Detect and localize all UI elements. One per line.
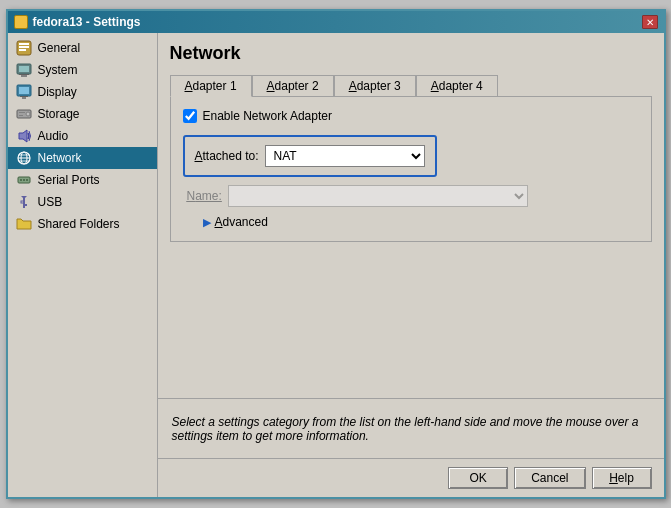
help-button[interactable]: Help (592, 467, 652, 489)
attached-label: Attached to: (195, 149, 259, 163)
attached-box: Attached to: NAT Bridged Adapter Interna… (183, 135, 437, 177)
sidebar-item-shared[interactable]: Shared Folders (8, 213, 157, 235)
svg-rect-11 (20, 96, 28, 97)
sidebar-item-serial[interactable]: Serial Ports (8, 169, 157, 191)
attached-select[interactable]: NAT Bridged Adapter Internal Network Hos… (265, 145, 425, 167)
svg-point-25 (26, 179, 28, 181)
title-bar: fedora13 - Settings ✕ (8, 11, 664, 33)
enable-checkbox[interactable] (183, 109, 197, 123)
enable-label[interactable]: Enable Network Adapter (203, 109, 332, 123)
tab-adapter3-label: Adapter 3 (349, 79, 401, 93)
name-label: Name: (187, 189, 222, 203)
tab-adapter1-label: Adapter 1 (185, 79, 237, 93)
sidebar-item-usb[interactable]: USB (8, 191, 157, 213)
sidebar-item-storage[interactable]: Storage (8, 103, 157, 125)
svg-rect-28 (21, 201, 24, 203)
sidebar-item-general[interactable]: General (8, 37, 157, 59)
sidebar-label-display: Display (38, 85, 77, 99)
info-bar: Select a settings category from the list… (158, 398, 664, 458)
sidebar-item-audio[interactable]: Audio (8, 125, 157, 147)
tab-adapter4-label: Adapter 4 (431, 79, 483, 93)
svg-marker-27 (21, 196, 27, 199)
sidebar-item-system[interactable]: System (8, 59, 157, 81)
serial-icon (16, 172, 32, 188)
system-icon (16, 62, 32, 78)
network-icon (16, 150, 32, 166)
window-title: fedora13 - Settings (33, 15, 141, 29)
close-button[interactable]: ✕ (642, 15, 658, 29)
svg-point-24 (23, 179, 25, 181)
svg-rect-14 (19, 112, 25, 113)
general-icon (16, 40, 32, 56)
button-bar: OK Cancel Help (158, 458, 664, 497)
audio-icon (16, 128, 32, 144)
svg-rect-29 (25, 204, 27, 206)
sidebar-label-network: Network (38, 151, 82, 165)
svg-rect-7 (19, 74, 29, 75)
tab-adapter4[interactable]: Adapter 4 (416, 75, 498, 97)
svg-rect-5 (19, 66, 29, 72)
tab-adapter1[interactable]: Adapter 1 (170, 75, 252, 97)
sidebar-label-storage: Storage (38, 107, 80, 121)
svg-rect-6 (21, 75, 27, 77)
tab-adapter3[interactable]: Adapter 3 (334, 75, 416, 97)
svg-rect-3 (19, 49, 26, 51)
sidebar-label-general: General (38, 41, 81, 55)
svg-rect-9 (19, 87, 29, 94)
svg-rect-2 (19, 46, 29, 48)
display-icon (16, 84, 32, 100)
tabs-container: Adapter 1 Adapter 2 Adapter 3 Adapter 4 (170, 74, 652, 96)
sidebar-label-serial: Serial Ports (38, 173, 100, 187)
advanced-arrow-icon: ▶ (203, 216, 211, 229)
page-title: Network (170, 43, 652, 64)
storage-icon (16, 106, 32, 122)
sidebar-label-usb: USB (38, 195, 63, 209)
settings-window: fedora13 - Settings ✕ General System (6, 9, 666, 499)
advanced-label[interactable]: Advanced (215, 215, 268, 229)
sidebar-label-system: System (38, 63, 78, 77)
advanced-row[interactable]: ▶ Advanced (203, 215, 639, 229)
adapter-panel: Enable Network Adapter Attached to: NAT … (170, 96, 652, 242)
cancel-button[interactable]: Cancel (514, 467, 585, 489)
info-text: Select a settings category from the list… (172, 415, 650, 443)
name-row: Name: (187, 185, 639, 207)
sidebar-label-audio: Audio (38, 129, 69, 143)
svg-point-23 (20, 179, 22, 181)
enable-row: Enable Network Adapter (183, 109, 639, 123)
svg-rect-10 (22, 97, 26, 99)
svg-rect-1 (19, 43, 29, 45)
ok-button[interactable]: OK (448, 467, 508, 489)
main-content: Network Adapter 1 Adapter 2 Adapter 3 Ad… (158, 33, 664, 497)
window-body: General System Display Storage (8, 33, 664, 497)
sidebar-item-network[interactable]: Network (8, 147, 157, 169)
sidebar: General System Display Storage (8, 33, 158, 497)
sidebar-item-display[interactable]: Display (8, 81, 157, 103)
usb-icon (16, 194, 32, 210)
name-input[interactable] (228, 185, 528, 207)
content-area: Network Adapter 1 Adapter 2 Adapter 3 Ad… (158, 33, 664, 398)
tab-adapter2-label: Adapter 2 (267, 79, 319, 93)
title-bar-left: fedora13 - Settings (14, 15, 141, 29)
svg-point-13 (26, 112, 30, 116)
svg-marker-16 (19, 130, 27, 142)
shared-icon (16, 216, 32, 232)
svg-rect-15 (19, 115, 23, 116)
tab-adapter2[interactable]: Adapter 2 (252, 75, 334, 97)
sidebar-label-shared: Shared Folders (38, 217, 120, 231)
app-icon (14, 15, 28, 29)
